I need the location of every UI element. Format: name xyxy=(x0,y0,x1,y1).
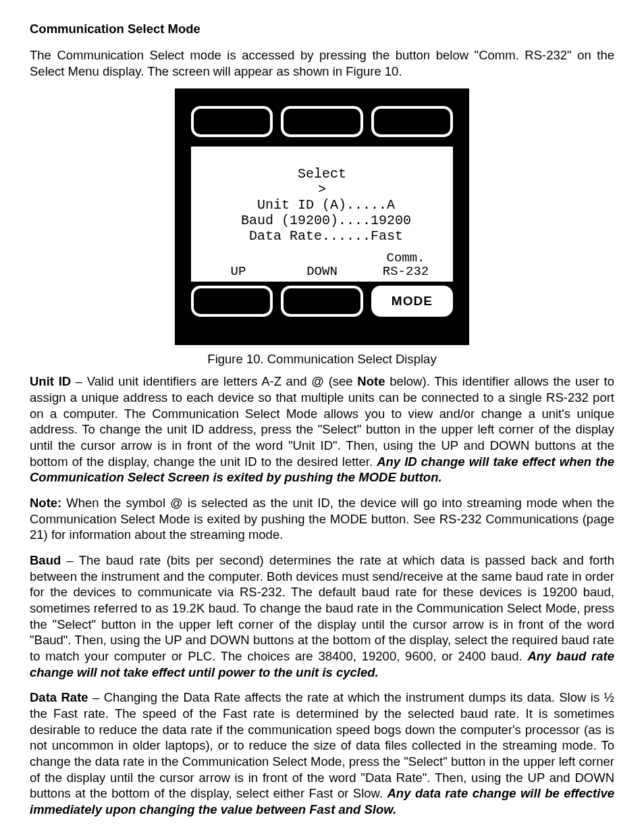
soft-label-comm: Comm.RS-232 xyxy=(364,252,448,279)
baud-label: Baud xyxy=(30,553,61,567)
data-rate-paragraph: Data Rate – Changing the Data Rate affec… xyxy=(30,689,614,817)
lcd-cursor: > xyxy=(318,182,326,197)
lcd-line-3: Data Rate......Fast xyxy=(241,228,403,244)
bottom-button-1[interactable] xyxy=(191,286,273,317)
unit-id-text-a: – Valid unit identifiers are letters A-Z… xyxy=(71,374,357,388)
unit-id-label: Unit ID xyxy=(30,374,71,388)
page: Communication Select Mode The Communicat… xyxy=(0,0,644,834)
lcd-line-2: Baud (19200)....19200 xyxy=(233,213,411,228)
intro-paragraph: The Communication Select mode is accesse… xyxy=(30,47,614,79)
bottom-button-row: MODE xyxy=(191,286,453,317)
top-button-3[interactable] xyxy=(371,106,453,137)
note-text: When the symbol @ is selected as the uni… xyxy=(30,496,614,542)
figure-caption: Figure 10. Communication Select Display xyxy=(30,352,614,367)
bottom-button-2[interactable] xyxy=(281,286,363,317)
top-button-row xyxy=(191,106,453,137)
soft-label-up: UP xyxy=(196,252,280,279)
lcd-screen: Select > Unit ID (A).....A Baud (19200).… xyxy=(191,147,453,282)
baud-text: – The baud rate (bits per second) determ… xyxy=(30,553,614,663)
unit-id-paragraph: Unit ID – Valid unit identifiers are let… xyxy=(30,373,614,486)
data-rate-text: – Changing the Data Rate affects the rat… xyxy=(30,690,614,800)
top-button-2[interactable] xyxy=(281,106,363,137)
figure-wrapper: Select > Unit ID (A).....A Baud (19200).… xyxy=(30,88,614,367)
soft-label-down: DOWN xyxy=(280,252,364,279)
unit-id-note-word: Note xyxy=(357,374,385,388)
note-paragraph: Note: When the symbol @ is selected as t… xyxy=(30,495,614,543)
data-rate-label: Data Rate xyxy=(30,690,88,704)
baud-paragraph: Baud – The baud rate (bits per second) d… xyxy=(30,552,614,680)
note-label: Note: xyxy=(30,496,61,510)
section-heading: Communication Select Mode xyxy=(30,22,614,36)
mode-button[interactable]: MODE xyxy=(371,286,453,317)
lcd-line-1: Unit ID (A).....A xyxy=(249,197,395,213)
device-panel: Select > Unit ID (A).....A Baud (19200).… xyxy=(175,88,469,345)
soft-key-labels: UP DOWN Comm.RS-232 xyxy=(191,252,453,279)
lcd-title: Select xyxy=(298,166,346,182)
top-button-1[interactable] xyxy=(191,106,273,137)
